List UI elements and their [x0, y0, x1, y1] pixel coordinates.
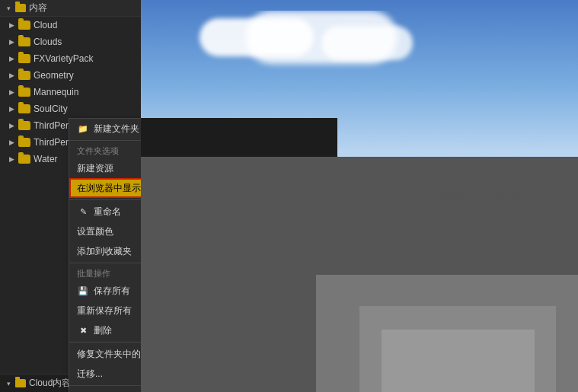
menu-label-migrate: 迁移...: [77, 368, 103, 381]
new-folder-icon: 📁: [77, 123, 89, 135]
tree-item-geometry[interactable]: ▶ Geometry: [0, 67, 141, 84]
folder-icon-thirdpersonbp: [18, 138, 30, 147]
tree-label-clouds: Clouds: [34, 37, 62, 47]
tree-item-cloud[interactable]: ▶ Cloud: [0, 17, 141, 33]
menu-label-add-favorites: 添加到收藏夹: [77, 245, 132, 258]
menu-label-set-color: 设置颜色: [77, 225, 113, 238]
tree-label-water: Water: [34, 154, 58, 164]
menu-item-resave-all[interactable]: 重新保存所有: [69, 301, 141, 320]
folder-icon-fxvarietypack: [18, 54, 30, 63]
tree-label-fxvarietypack: FXVarietyPack: [34, 53, 93, 64]
menu-item-save-all[interactable]: 💾 保存所有 Ctrl+Shift+S: [69, 281, 141, 301]
arrow-water: ▶: [6, 154, 17, 164]
menu-item-migrate[interactable]: 迁移...: [69, 364, 141, 384]
arrow-clouds: ▶: [6, 37, 17, 47]
menu-item-delete[interactable]: ✖ 删除 删除: [69, 320, 141, 340]
arrow-soulcity: ▶: [6, 104, 17, 114]
folder-icon-geometry: [18, 71, 30, 80]
arrow-geometry: ▶: [6, 70, 17, 81]
tree-item-mannequin[interactable]: ▶ Mannequin: [0, 84, 141, 100]
header-arrow: ▾: [3, 3, 14, 14]
header-folder-icon: [15, 4, 26, 12]
tree-label-cloud: Cloud: [34, 20, 57, 30]
folder-icon-clouds: [18, 37, 30, 46]
menu-label-save-all: 保存所有: [94, 285, 130, 298]
cloud-layer: [184, 11, 578, 86]
tree-label-soulcity: SoulCity: [34, 104, 68, 114]
menu-item-add-favorites[interactable]: 添加到收藏夹: [69, 241, 141, 261]
delete-icon: ✖: [77, 324, 89, 336]
menu-item-new-folder[interactable]: 📁 新建文件夹: [69, 119, 141, 139]
viewport-panel[interactable]: 或右键点击以创建内容。: [141, 0, 578, 392]
folder-icon-soulcity: [18, 104, 30, 113]
step-3: [382, 330, 535, 392]
arrow-thirdperson: ▶: [6, 120, 17, 131]
separator-1: [69, 140, 141, 141]
content-footer-label: Cloud内容: [29, 377, 71, 390]
tree-header: ▾ 内容: [0, 0, 141, 17]
arrow-mannequin: ▶: [6, 87, 17, 97]
tree-item-clouds[interactable]: ▶ Clouds: [0, 33, 141, 50]
folder-icon-water: [18, 155, 30, 164]
menu-label-new-folder: 新建文件夹: [94, 123, 139, 135]
separator-4: [69, 342, 141, 343]
cloud-3: [321, 26, 413, 60]
tree-label-mannequin: Mannequin: [34, 87, 78, 97]
content-footer-arrow: ▾: [3, 378, 14, 389]
section-bulk-label: 批量操作: [69, 265, 141, 281]
arrow-thirdpersonbp: ▶: [6, 137, 17, 148]
tree-item-fxvarietypack[interactable]: ▶ FXVarietyPack: [0, 50, 141, 67]
save-all-icon: 💾: [77, 285, 89, 297]
arrow-fxvarietypack: ▶: [6, 53, 17, 64]
menu-label-show-in-browser: 在浏览器中显示: [77, 182, 141, 195]
menu-item-rename[interactable]: ✎ 重命名 F2: [69, 202, 141, 221]
tree-label-geometry: Geometry: [34, 70, 74, 81]
menu-item-set-color[interactable]: 设置颜色: [69, 221, 141, 241]
menu-item-fix-redirectors[interactable]: 修复文件夹中的重定向器: [69, 344, 141, 364]
tree-item-soulcity[interactable]: ▶ SoulCity: [0, 100, 141, 117]
viewport-background: 或右键点击以创建内容。: [141, 0, 578, 392]
folder-icon-mannequin: [18, 88, 30, 97]
separator-2: [69, 199, 141, 200]
rename-icon: ✎: [77, 206, 89, 218]
separator-5: [69, 385, 141, 386]
tree-header-label: 内容: [29, 2, 47, 14]
folder-icon-cloud: [18, 21, 30, 30]
menu-label-rename: 重命名: [94, 206, 121, 218]
menu-label-fix-redirectors: 修复文件夹中的重定向器: [77, 348, 141, 361]
menu-label-delete: 删除: [94, 324, 112, 337]
menu-label-new-resource: 新建资源: [77, 162, 113, 175]
folder-icon-thirdperson: [18, 121, 30, 130]
separator-3: [69, 263, 141, 263]
menu-label-resave-all: 重新保存所有: [77, 304, 132, 317]
file-tree-panel: ▾ 内容 ▶ Cloud ▶ Clouds ▶ FXVarietyPack ▶ …: [0, 0, 141, 392]
arrow-cloud: ▶: [6, 20, 17, 30]
menu-item-reference-viewer[interactable]: 引用查看器.... Alt+Shift+R: [69, 387, 141, 392]
menu-item-new-resource[interactable]: 新建资源: [69, 158, 141, 178]
context-menu: 📁 新建文件夹 文件夹选项 新建资源 在浏览器中显示 ✎ 重命名 F2: [69, 118, 141, 392]
content-footer-folder-icon: [15, 379, 26, 387]
menu-item-show-in-browser[interactable]: 在浏览器中显示: [69, 178, 141, 198]
section-folder-options: 文件夹选项: [69, 142, 141, 158]
